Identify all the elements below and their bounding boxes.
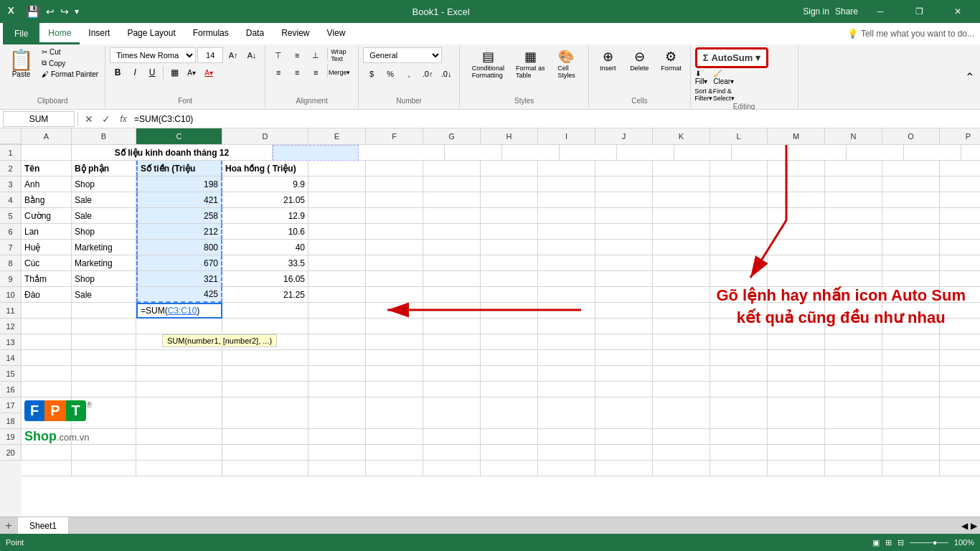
cell-A4[interactable]: Bằng bbox=[22, 192, 72, 208]
align-center-button[interactable]: ≡ bbox=[288, 65, 306, 80]
cell-A14[interactable] bbox=[22, 350, 72, 366]
cell-G1[interactable] bbox=[560, 145, 617, 161]
confirm-button[interactable]: ✓ bbox=[98, 111, 114, 127]
cell-B11[interactable] bbox=[72, 303, 136, 319]
cell-H12[interactable] bbox=[481, 319, 538, 334]
col-header-L[interactable]: L bbox=[710, 128, 768, 144]
cell-F11[interactable] bbox=[366, 303, 423, 319]
tab-page-layout[interactable]: Page Layout bbox=[118, 23, 184, 44]
col-header-F[interactable]: F bbox=[366, 128, 423, 144]
cell-N7[interactable] bbox=[825, 240, 882, 255]
page-layout-view-icon[interactable]: ⊞ bbox=[885, 538, 892, 547]
name-box[interactable] bbox=[3, 111, 75, 127]
cell-C7[interactable]: 800 bbox=[136, 240, 222, 255]
cell-B8[interactable]: Marketing bbox=[72, 255, 136, 271]
tab-view[interactable]: View bbox=[319, 23, 354, 44]
cell-D9[interactable]: 16.05 bbox=[222, 271, 308, 287]
row-header-2[interactable]: 2 bbox=[0, 161, 22, 176]
cell-F2[interactable] bbox=[366, 161, 423, 176]
cell-O3[interactable] bbox=[882, 176, 940, 192]
cell-L8[interactable] bbox=[710, 255, 768, 271]
cell-B3[interactable]: Shop bbox=[72, 176, 136, 192]
tell-me-box[interactable]: 💡 Tell me what you want to do... bbox=[842, 29, 980, 39]
cell-F6[interactable] bbox=[366, 224, 423, 240]
cell-E3[interactable] bbox=[308, 176, 366, 192]
cell-L6[interactable] bbox=[710, 224, 768, 240]
cell-E7[interactable] bbox=[308, 240, 366, 255]
tab-review[interactable]: Review bbox=[273, 23, 318, 44]
cell-N3[interactable] bbox=[825, 176, 882, 192]
paste-button[interactable]: 📋 Paste bbox=[4, 47, 38, 81]
cell-C8[interactable]: 670 bbox=[136, 255, 222, 271]
cell-C11[interactable]: =SUM(C3:C10) bbox=[136, 303, 222, 319]
cell-B6[interactable]: Shop bbox=[72, 224, 136, 240]
cell-C9[interactable]: 321 bbox=[136, 271, 222, 287]
cell-A16[interactable] bbox=[22, 382, 72, 397]
fill-button[interactable]: ⬇ Fill▾ bbox=[695, 70, 712, 85]
row-header-6[interactable]: 6 bbox=[0, 224, 22, 240]
format-painter-button[interactable]: 🖌 Format Painter bbox=[39, 70, 100, 79]
row-header-19[interactable]: 19 bbox=[0, 429, 22, 445]
restore-button[interactable]: ❐ bbox=[903, 0, 936, 23]
row-header-14[interactable]: 14 bbox=[0, 350, 22, 366]
cell-D10[interactable]: 21.25 bbox=[222, 287, 308, 303]
cell-I2[interactable] bbox=[538, 161, 595, 176]
cell-F9[interactable] bbox=[366, 271, 423, 287]
row-header-12[interactable]: 12 bbox=[0, 319, 22, 334]
cell-G8[interactable] bbox=[423, 255, 481, 271]
cell-K8[interactable] bbox=[653, 255, 710, 271]
cell-L1[interactable] bbox=[847, 145, 904, 161]
cell-L10[interactable] bbox=[710, 287, 768, 303]
cell-A7[interactable]: Huệ bbox=[22, 240, 72, 255]
cell-N10[interactable] bbox=[825, 287, 882, 303]
cell-K11[interactable] bbox=[653, 303, 710, 319]
cell-C4[interactable]: 421 bbox=[136, 192, 222, 208]
cut-button[interactable]: ✂ Cut bbox=[39, 47, 100, 57]
cell-F5[interactable] bbox=[366, 208, 423, 224]
cell-M6[interactable] bbox=[768, 224, 825, 240]
close-button[interactable]: ✕ bbox=[941, 0, 974, 23]
cell-D8[interactable]: 33.5 bbox=[222, 255, 308, 271]
currency-button[interactable]: $ bbox=[363, 66, 380, 82]
row-header-16[interactable]: 16 bbox=[0, 382, 22, 397]
cell-D12[interactable] bbox=[222, 319, 308, 334]
autosum-button[interactable]: Σ AutoSum ▾ bbox=[695, 47, 769, 68]
cell-N11[interactable] bbox=[825, 303, 882, 319]
cell-J7[interactable] bbox=[595, 240, 653, 255]
cell-F10[interactable] bbox=[366, 287, 423, 303]
row-header-10[interactable]: 10 bbox=[0, 287, 22, 303]
cell-M2[interactable] bbox=[768, 161, 825, 176]
cell-E5[interactable] bbox=[308, 208, 366, 224]
row-header-15[interactable]: 15 bbox=[0, 366, 22, 382]
row-header-20[interactable]: 20 bbox=[0, 445, 22, 461]
cell-L11[interactable] bbox=[710, 303, 768, 319]
font-shrink-button[interactable]: A↓ bbox=[243, 47, 260, 63]
cell-N8[interactable] bbox=[825, 255, 882, 271]
cell-I10[interactable] bbox=[538, 287, 595, 303]
page-break-view-icon[interactable]: ⊟ bbox=[897, 538, 904, 547]
cell-D4[interactable]: 21.05 bbox=[222, 192, 308, 208]
cell-A11[interactable] bbox=[22, 303, 72, 319]
cell-P6[interactable] bbox=[940, 224, 980, 240]
cell-G7[interactable] bbox=[423, 240, 481, 255]
cell-A18[interactable]: Shop.com.vn bbox=[22, 429, 72, 445]
expand-ribbon-button[interactable]: ⌃ bbox=[959, 46, 980, 108]
percent-button[interactable]: % bbox=[382, 66, 399, 82]
cell-F3[interactable] bbox=[366, 176, 423, 192]
cell-E12[interactable] bbox=[308, 319, 366, 334]
cell-K7[interactable] bbox=[653, 240, 710, 255]
cell-L3[interactable] bbox=[710, 176, 768, 192]
cell-O9[interactable] bbox=[882, 271, 940, 287]
cell-J4[interactable] bbox=[595, 192, 653, 208]
cell-N12[interactable] bbox=[825, 319, 882, 334]
cell-A15[interactable] bbox=[22, 366, 72, 382]
cell-C5[interactable]: 258 bbox=[136, 208, 222, 224]
cell-I6[interactable] bbox=[538, 224, 595, 240]
cell-M8[interactable] bbox=[768, 255, 825, 271]
cell-M9[interactable] bbox=[768, 271, 825, 287]
cell-B4[interactable]: Sale bbox=[72, 192, 136, 208]
cell-O11[interactable] bbox=[882, 303, 940, 319]
cell-A10[interactable]: Đào bbox=[22, 287, 72, 303]
cell-E11[interactable] bbox=[308, 303, 366, 319]
row-header-3[interactable]: 3 bbox=[0, 176, 22, 192]
